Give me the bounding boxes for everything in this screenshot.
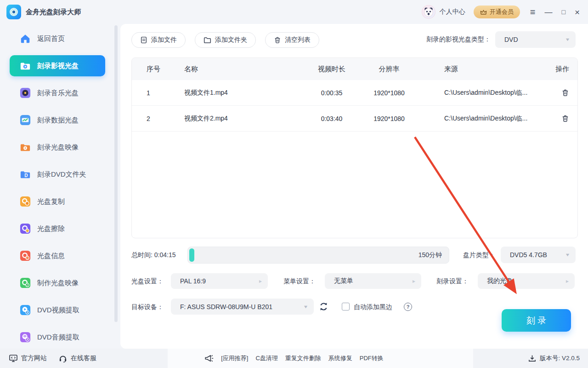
menu-setting-label: 菜单设置： xyxy=(283,277,316,286)
file-icon xyxy=(140,36,147,44)
music-disc-icon xyxy=(19,87,31,99)
title-bar: 金舟光盘刻录大师 个人中心 开通会员 ≡ — □ × xyxy=(0,0,588,24)
target-device-label: 目标设备： xyxy=(131,303,164,311)
sidebar-item-dvd-video-extract[interactable]: DVD视频提取 xyxy=(10,299,105,321)
user-center-link[interactable]: 个人中心 xyxy=(440,8,465,16)
promo-item-c-drive-clean[interactable]: C盘清理 xyxy=(255,354,277,362)
disc-size-select[interactable]: DVD5 4.7GB ▼ xyxy=(501,247,576,263)
sidebar-item-label: 光盘擦除 xyxy=(37,224,65,233)
sidebar-item-label: 制作光盘映像 xyxy=(37,279,79,288)
add-folder-button[interactable]: 添加文件夹 xyxy=(195,32,256,48)
svg-text:D: D xyxy=(24,173,28,178)
disc-setting-label: 光盘设置： xyxy=(131,277,164,286)
disc-copy-icon xyxy=(19,196,31,207)
sidebar-item-label: 光盘信息 xyxy=(37,252,65,260)
sidebar-item-disc-copy[interactable]: 光盘复制 xyxy=(10,191,105,212)
promo-item-pdf-convert[interactable]: PDF转换 xyxy=(360,354,384,362)
make-image-icon xyxy=(19,277,31,289)
video-disc-icon xyxy=(19,60,31,72)
main-content: 添加文件 添加文件夹 清空列表 刻录的影视光盘类型： DVD ▼ 序号 名称 视… xyxy=(120,24,588,349)
trash-icon xyxy=(561,115,569,122)
chevron-down-icon: ▼ xyxy=(565,253,571,257)
table-row[interactable]: 1 视频文件1.mp4 0:00:35 1920*1080 C:\Users\a… xyxy=(132,80,577,106)
disc-info-icon xyxy=(19,250,31,262)
maximize-icon[interactable]: □ xyxy=(561,9,565,15)
sidebar-item-dvd-audio-extract[interactable]: DVD音频提取 xyxy=(10,327,105,348)
home-icon xyxy=(19,33,31,45)
delete-row-button[interactable] xyxy=(561,89,569,97)
sidebar-item-burn-dvd-folder[interactable]: D 刻录DVD文件夹 xyxy=(10,164,105,185)
menu-setting-select[interactable]: 无菜单 ▸ xyxy=(325,273,421,289)
chevron-right-icon: ▸ xyxy=(413,278,415,284)
total-time-label: 总时间: 0:04:15 xyxy=(131,251,176,259)
user-avatar[interactable] xyxy=(422,5,435,19)
auto-black-edge-label: 自动添加黑边 xyxy=(354,303,392,311)
capacity-progress-fill xyxy=(189,248,194,262)
crown-icon xyxy=(480,9,487,15)
disc-erase-icon xyxy=(19,223,31,235)
sidebar-item-label: 返回首页 xyxy=(37,34,65,43)
disc-type-label: 刻录的影视光盘类型： xyxy=(426,35,491,44)
refresh-devices-button[interactable] xyxy=(319,302,328,311)
folder-icon xyxy=(204,36,211,44)
burn-setting-label: 刻录设置： xyxy=(436,277,469,286)
target-device-select[interactable]: F: ASUS SDRW-08U9M-U B201 ▼ xyxy=(171,299,314,315)
table-row[interactable]: 2 视频文件2.mp4 0:03:40 1920*1080 C:\Users\a… xyxy=(132,106,577,132)
capacity-total-label: 150分钟 xyxy=(418,247,442,263)
disc-size-label: 盘片类型： xyxy=(463,251,495,259)
menu-icon[interactable]: ≡ xyxy=(530,7,536,17)
sidebar-item-label: 光盘复制 xyxy=(37,197,65,206)
sidebar-scrollbar[interactable] xyxy=(114,25,118,322)
sidebar-item-label: DVD视频提取 xyxy=(37,306,79,315)
add-file-button[interactable]: 添加文件 xyxy=(131,32,186,48)
auto-black-edge-checkbox[interactable] xyxy=(342,303,350,310)
sidebar-item-label: 刻录影视光盘 xyxy=(37,62,79,70)
capacity-progress-bar: 150分钟 xyxy=(187,247,449,264)
promo-item-recommend[interactable]: [应用推荐] xyxy=(221,354,248,362)
promo-item-duplicate-delete[interactable]: 重复文件删除 xyxy=(285,354,321,362)
sidebar-item-burn-music-disc[interactable]: 刻录音乐光盘 xyxy=(10,82,105,104)
dvd-folder-icon: D xyxy=(19,168,31,180)
burn-setting-select[interactable]: 我的光盘 ▸ xyxy=(478,273,575,289)
minimize-icon[interactable]: — xyxy=(544,8,552,16)
refresh-icon xyxy=(319,302,328,311)
burn-button[interactable]: 刻录 xyxy=(502,309,571,332)
disc-setting-select[interactable]: PAL 16:9 ▸ xyxy=(171,273,268,289)
chevron-down-icon: ▼ xyxy=(303,305,309,309)
megaphone-icon xyxy=(204,354,214,362)
chevron-right-icon: ▸ xyxy=(566,278,569,284)
sidebar-item-home[interactable]: 返回首页 xyxy=(10,28,105,49)
sidebar-item-disc-info[interactable]: 光盘信息 xyxy=(10,245,105,266)
version-label: 版本号: V2.0.5 xyxy=(540,354,580,362)
sidebar-item-make-disc-image[interactable]: 制作光盘映像 xyxy=(10,272,105,293)
delete-row-button[interactable] xyxy=(561,115,569,122)
table-header: 序号 名称 视频时长 分辨率 来源 操作 xyxy=(132,58,577,80)
sidebar-item-label: 刻录DVD文件夹 xyxy=(37,170,86,179)
sidebar-item-label: 刻录光盘映像 xyxy=(37,143,79,152)
sidebar-item-label: 刻录数据光盘 xyxy=(37,116,79,125)
data-disc-icon xyxy=(19,114,31,126)
trash-icon xyxy=(274,36,281,44)
sidebar: 返回首页 刻录影视光盘 刻录音乐光盘 刻录数据光盘 刻录光盘映像 D xyxy=(0,24,120,349)
download-icon xyxy=(528,355,536,362)
promo-item-system-repair[interactable]: 系统修复 xyxy=(328,354,352,362)
footer-bar: 官方网站 在线客服 [应用推荐] C盘清理 重复文件删除 系统修复 PDF转换 … xyxy=(0,349,588,368)
close-icon[interactable]: × xyxy=(575,8,580,17)
sidebar-item-burn-disc-image[interactable]: 刻录光盘映像 xyxy=(10,137,105,158)
disc-type-select[interactable]: DVD ▼ xyxy=(495,31,576,48)
panda-avatar-icon xyxy=(423,6,435,18)
sidebar-item-label: DVD音频提取 xyxy=(37,333,79,342)
sidebar-item-burn-data-disc[interactable]: 刻录数据光盘 xyxy=(10,109,105,131)
chevron-down-icon: ▼ xyxy=(565,37,571,42)
dvd-audio-extract-icon xyxy=(19,331,31,343)
clear-list-button[interactable]: 清空列表 xyxy=(265,32,319,48)
trash-icon xyxy=(561,89,569,97)
sidebar-item-label: 刻录音乐光盘 xyxy=(37,89,79,98)
app-logo-icon xyxy=(6,5,21,19)
image-disc-icon xyxy=(19,141,31,153)
open-vip-button[interactable]: 开通会员 xyxy=(474,6,520,18)
sidebar-item-burn-video-disc[interactable]: 刻录影视光盘 xyxy=(10,55,105,76)
help-icon[interactable]: ? xyxy=(404,303,412,311)
sidebar-item-disc-erase[interactable]: 光盘擦除 xyxy=(10,218,105,239)
chevron-right-icon: ▸ xyxy=(259,278,262,284)
